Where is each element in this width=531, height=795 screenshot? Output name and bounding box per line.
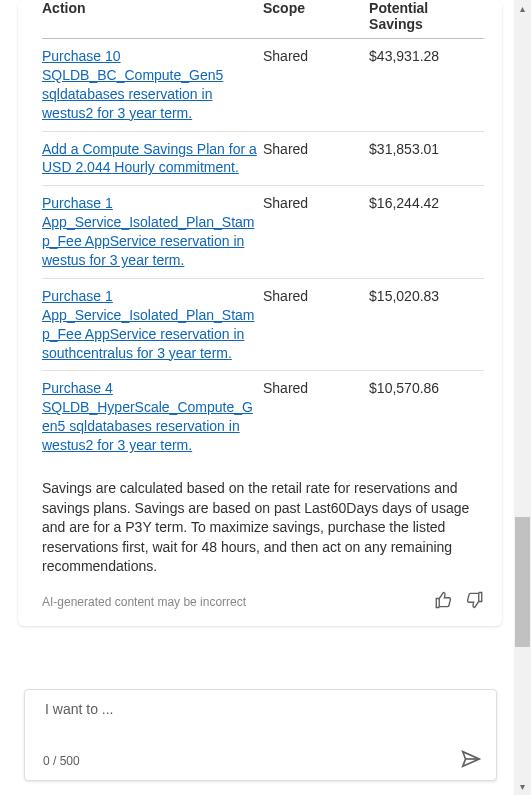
scroll-track[interactable]	[514, 17, 531, 778]
savings-cell: $31,853.01	[369, 131, 484, 186]
savings-table: Action Scope Potential Savings Purchase …	[42, 0, 484, 463]
recommendation-link[interactable]: Purchase 1 App_Service_Isolated_Plan_Sta…	[42, 195, 254, 268]
thumbs-down-icon[interactable]	[466, 591, 484, 612]
ai-disclaimer: AI-generated content may be incorrect	[42, 595, 246, 609]
chat-input-card: 0 / 500	[24, 689, 497, 781]
savings-cell: $10,570.86	[369, 371, 484, 463]
chat-input[interactable]	[43, 700, 452, 718]
savings-cell: $43,931.28	[369, 39, 484, 132]
scope-cell: Shared	[263, 278, 369, 371]
table-row: Purchase 1 App_Service_Isolated_Plan_Sta…	[42, 278, 484, 371]
char-counter: 0 / 500	[43, 754, 80, 768]
savings-cell: $15,020.83	[369, 278, 484, 371]
scroll-up-icon[interactable]: ▴	[514, 0, 531, 17]
recommendation-link[interactable]: Purchase 4 SQLDB_HyperScale_Compute_Gen5…	[42, 380, 253, 453]
recommendation-link[interactable]: Add a Compute Savings Plan for a USD 2.0…	[42, 141, 257, 176]
scope-cell: Shared	[263, 371, 369, 463]
savings-footnote: Savings are calculated based on the reta…	[42, 479, 484, 577]
table-row: Purchase 4 SQLDB_HyperScale_Compute_Gen5…	[42, 371, 484, 463]
col-header-savings: Potential Savings	[369, 0, 484, 39]
thumbs-up-icon[interactable]	[434, 591, 452, 612]
scope-cell: Shared	[263, 39, 369, 132]
scroll-thumb[interactable]	[515, 517, 530, 647]
table-row: Add a Compute Savings Plan for a USD 2.0…	[42, 131, 484, 186]
savings-cell: $16,244.42	[369, 186, 484, 279]
scroll-down-icon[interactable]: ▾	[514, 778, 531, 795]
recommendation-link[interactable]: Purchase 1 App_Service_Isolated_Plan_Sta…	[42, 288, 254, 361]
send-icon[interactable]	[460, 748, 482, 770]
col-header-action: Action	[42, 0, 263, 39]
scope-cell: Shared	[263, 131, 369, 186]
table-row: Purchase 1 App_Service_Isolated_Plan_Sta…	[42, 186, 484, 279]
vertical-scrollbar[interactable]: ▴ ▾	[514, 0, 531, 795]
table-row: Purchase 10 SQLDB_BC_Compute_Gen5 sqldat…	[42, 39, 484, 132]
col-header-scope: Scope	[263, 0, 369, 39]
scope-cell: Shared	[263, 186, 369, 279]
assistant-response-card: Action Scope Potential Savings Purchase …	[18, 0, 502, 626]
recommendation-link[interactable]: Purchase 10 SQLDB_BC_Compute_Gen5 sqldat…	[42, 48, 223, 121]
